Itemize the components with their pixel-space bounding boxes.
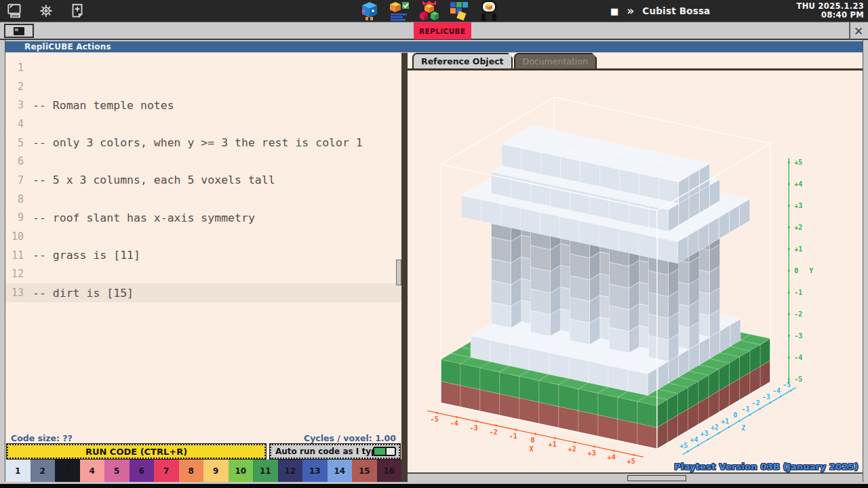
- line-text: -- roof slant has x-axis symmetry: [27, 211, 255, 224]
- palette-swatch-15[interactable]: 15: [352, 460, 377, 482]
- editor-scrollbar-thumb[interactable]: [396, 260, 401, 285]
- toggle-knob: [385, 448, 395, 455]
- autorun-panel: Auto run code as I type: [270, 444, 400, 459]
- close-icon[interactable]: ✕: [849, 22, 867, 39]
- palette-swatch-9[interactable]: 9: [203, 460, 229, 482]
- palette-swatch-1[interactable]: 1: [5, 460, 31, 482]
- palette-swatch-8[interactable]: 8: [179, 460, 204, 482]
- line-number: 3: [5, 99, 27, 111]
- run-code-button[interactable]: RUN CODE (CTRL+R): [7, 444, 266, 459]
- line-number: 9: [5, 211, 27, 224]
- viewport-hscrollbar[interactable]: [408, 472, 863, 482]
- viewport-hscrollbar-thumb[interactable]: [627, 475, 686, 481]
- palette-swatch-5[interactable]: 5: [104, 460, 130, 482]
- svg-text:-3: -3: [470, 424, 478, 432]
- svg-text:+4: +4: [608, 453, 616, 461]
- line-text: -- Roman temple notes: [27, 99, 174, 112]
- editor-buttons-row: RUN CODE (CTRL+R) Auto run code as I typ…: [5, 444, 401, 460]
- chat-cube-icon[interactable]: [477, 0, 500, 22]
- screen: ■ » Cubist Bossa THU 2025.1.23 08:40 PM …: [0, 0, 868, 488]
- code-line-8[interactable]: 8: [5, 190, 401, 209]
- code-line-13[interactable]: 13-- dirt is [15]: [5, 283, 401, 302]
- skip-icon[interactable]: »: [627, 5, 634, 17]
- svg-text:-4: -4: [772, 387, 781, 394]
- palette-swatch-7[interactable]: 7: [154, 460, 179, 482]
- svg-text:-5: -5: [431, 415, 439, 423]
- y-axis: -5-4-3-2-10Y+1+2+3+4+5: [788, 158, 813, 384]
- palette-swatch-14[interactable]: 14: [328, 460, 353, 482]
- code-line-5[interactable]: 5-- only 3 colors, when y >= 3 the rest …: [5, 134, 401, 152]
- code-line-11[interactable]: 11-- grass is [11]: [5, 246, 401, 265]
- replicube-window-tab[interactable]: REPLICUBE: [414, 22, 471, 39]
- voxel-scene-3d[interactable]: -5-4-3-2-10X+1+2+3+4+5-5-4-3-2-10Z+1+2+3…: [408, 73, 863, 472]
- svg-text:+4: +4: [690, 436, 698, 443]
- reference-tab-row: Reference Object Documentation: [408, 53, 863, 70]
- panel-divider[interactable]: [401, 53, 408, 482]
- palette-swatch-11[interactable]: 11: [253, 460, 278, 482]
- svg-text:-1: -1: [794, 289, 802, 296]
- new-file-icon[interactable]: [68, 1, 87, 20]
- palette-swatch-16[interactable]: 16: [377, 460, 402, 482]
- left-chrome-strip[interactable]: [0, 40, 5, 482]
- svg-text:+5: +5: [794, 159, 802, 166]
- line-text: -- dirt is [15]: [27, 287, 134, 300]
- panel-title: RepliCUBE Actions: [5, 41, 863, 52]
- replicube-blue-cube-icon[interactable]: [358, 0, 381, 22]
- code-line-2[interactable]: 2: [5, 77, 401, 96]
- svg-text:-2: -2: [752, 399, 760, 407]
- line-number: 10: [5, 230, 27, 243]
- palette-swatch-3[interactable]: 3: [55, 460, 80, 482]
- code-editor[interactable]: 123-- Roman temple notes45-- only 3 colo…: [5, 53, 401, 432]
- code-line-6[interactable]: 6: [5, 152, 401, 171]
- window-menu-button[interactable]: [4, 24, 34, 38]
- palette-swatch-4[interactable]: 4: [80, 460, 105, 482]
- crowned-cubes-icon[interactable]: [418, 0, 441, 22]
- window-titlebar[interactable]: REPLICUBE ✕: [0, 22, 868, 40]
- svg-text:0: 0: [794, 267, 798, 274]
- palette-swatch-10[interactable]: 10: [229, 460, 254, 482]
- svg-text:+1: +1: [794, 245, 802, 253]
- code-line-9[interactable]: 9-- roof slant has x-axis symmetry: [5, 209, 401, 228]
- gear-icon[interactable]: [37, 1, 56, 20]
- tasks-cube-icon[interactable]: [388, 0, 411, 22]
- code-line-4[interactable]: 4: [5, 115, 401, 134]
- line-number: 11: [5, 249, 27, 262]
- voxel-viewport[interactable]: -5-4-3-2-10X+1+2+3+4+5-5-4-3-2-10Z+1+2+3…: [408, 73, 863, 472]
- svg-text:X: X: [530, 445, 534, 453]
- svg-text:+1: +1: [721, 418, 729, 425]
- code-line-1[interactable]: 1: [5, 58, 401, 77]
- svg-text:0: 0: [733, 411, 737, 419]
- right-chrome-strip[interactable]: [863, 40, 868, 482]
- svg-text:Y: Y: [809, 267, 813, 274]
- tab-documentation[interactable]: Documentation: [514, 53, 597, 68]
- svg-text:-4: -4: [794, 354, 802, 361]
- svg-text:+1: +1: [549, 441, 557, 448]
- svg-text:Z: Z: [741, 424, 745, 432]
- system-icons: [5, 1, 87, 20]
- svg-text:-2: -2: [794, 310, 802, 318]
- code-line-10[interactable]: 10: [5, 227, 401, 246]
- svg-text:-1: -1: [509, 432, 517, 440]
- palette-swatch-2[interactable]: 2: [31, 460, 56, 482]
- svg-text:-1: -1: [741, 405, 749, 413]
- code-line-7[interactable]: 7-- 5 x 3 columns, each 5 voxels tall: [5, 171, 401, 190]
- line-number: 4: [5, 118, 27, 130]
- palette-swatch-6[interactable]: 6: [130, 460, 155, 482]
- palette-swatch-12[interactable]: 12: [278, 460, 303, 482]
- svg-text:-5: -5: [794, 375, 802, 383]
- line-number: 2: [5, 81, 27, 93]
- code-line-12[interactable]: 12: [5, 265, 401, 284]
- palette-swatch-13[interactable]: 13: [302, 460, 328, 482]
- editor-scrollbar[interactable]: [396, 53, 401, 432]
- computer-icon[interactable]: [5, 1, 24, 20]
- code-line-3[interactable]: 3-- Roman temple notes: [5, 96, 401, 115]
- stop-icon[interactable]: ■: [610, 7, 618, 16]
- tab-reference-object[interactable]: Reference Object: [412, 53, 513, 68]
- color-grid-icon[interactable]: [448, 0, 471, 22]
- line-number: 13: [5, 287, 27, 299]
- svg-text:+2: +2: [568, 445, 576, 453]
- svg-text:+2: +2: [794, 224, 802, 231]
- svg-text:+4: +4: [794, 180, 802, 188]
- line-text: -- only 3 colors, when y >= 3 the rest i…: [27, 136, 363, 149]
- autorun-toggle[interactable]: [373, 447, 396, 456]
